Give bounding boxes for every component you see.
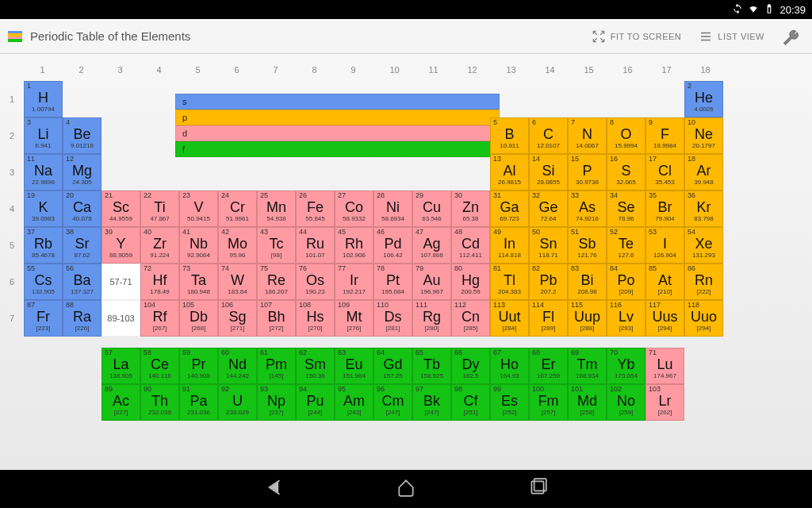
element-Ne[interactable]: 10Ne20.1797 [684, 117, 723, 154]
element-In[interactable]: 49In114.818 [490, 227, 529, 264]
element-Mg[interactable]: 12Mg24.305 [63, 154, 102, 190]
element-Rn[interactable]: 86Rn[222] [684, 264, 723, 300]
periodic-table-area[interactable]: 1234567891011121314151617181234567spdf57… [0, 54, 812, 470]
element-Br[interactable]: 35Br79.904 [645, 190, 684, 227]
element-Ra[interactable]: 88Ra[226] [63, 300, 102, 337]
element-La[interactable]: 57La138.905 [102, 348, 140, 384]
element-Rh[interactable]: 45Rh102.906 [335, 227, 373, 264]
element-Nb[interactable]: 41Nb92.9064 [179, 227, 218, 264]
element-Ho[interactable]: 67Ho164.93 [490, 348, 529, 384]
element-Uuo[interactable]: 118Uuo[294] [684, 300, 723, 337]
element-Na[interactable]: 11Na22.9898 [24, 154, 63, 190]
element-Bk[interactable]: 97Bk[247] [412, 384, 451, 421]
element-Ir[interactable]: 77Ir192.217 [335, 264, 373, 300]
element-Ds[interactable]: 110Ds[281] [373, 300, 412, 337]
element-Uus[interactable]: 117Uus[294] [645, 300, 684, 337]
settings-button[interactable] [777, 25, 804, 48]
element-Th[interactable]: 90Th232.038 [140, 384, 179, 421]
element-Bi[interactable]: 83Bi208.98 [568, 264, 607, 300]
element-Fr[interactable]: 87Fr[223] [24, 300, 63, 337]
element-Lv[interactable]: 116Lv[293] [607, 300, 645, 337]
element-Pu[interactable]: 94Pu[244] [296, 384, 335, 421]
element-Zn[interactable]: 30Zn65.38 [451, 190, 490, 227]
element-Ar[interactable]: 18Ar39.948 [684, 154, 723, 190]
element-Lr[interactable]: 103Lr[262] [645, 384, 684, 421]
element-Au[interactable]: 79Au196.967 [412, 264, 451, 300]
back-button[interactable] [264, 477, 285, 501]
element-Sg[interactable]: 106Sg[271] [218, 300, 257, 337]
element-V[interactable]: 23V50.9415 [179, 190, 218, 227]
element-Pt[interactable]: 78Pt195.084 [373, 264, 412, 300]
element-N[interactable]: 7N14.0067 [568, 117, 607, 154]
element-Bh[interactable]: 107Bh[272] [257, 300, 296, 337]
element-Re[interactable]: 75Re186.207 [257, 264, 296, 300]
element-Hf[interactable]: 72Hf178.49 [140, 264, 179, 300]
element-Po[interactable]: 84Po[209] [607, 264, 645, 300]
element-S[interactable]: 16S32.065 [607, 154, 645, 190]
element-Sn[interactable]: 50Sn118.71 [529, 227, 568, 264]
element-Db[interactable]: 105Db[268] [179, 300, 218, 337]
element-B[interactable]: 5B10.811 [490, 117, 529, 154]
element-Ni[interactable]: 28Ni58.6934 [373, 190, 412, 227]
element-No[interactable]: 102No[259] [607, 384, 645, 421]
element-Es[interactable]: 99Es[252] [490, 384, 529, 421]
element-W[interactable]: 74W183.84 [218, 264, 257, 300]
element-Ga[interactable]: 31Ga69.723 [490, 190, 529, 227]
element-Se[interactable]: 34Se78.96 [607, 190, 645, 227]
element-Tm[interactable]: 69Tm168.934 [568, 348, 607, 384]
element-Gd[interactable]: 64Gd157.25 [373, 348, 412, 384]
element-Cr[interactable]: 24Cr51.9961 [218, 190, 257, 227]
element-Fm[interactable]: 100Fm[257] [529, 384, 568, 421]
recent-button[interactable] [527, 477, 548, 501]
element-Tb[interactable]: 65Tb158.925 [412, 348, 451, 384]
element-Hs[interactable]: 108Hs[270] [296, 300, 335, 337]
element-Te[interactable]: 52Te127.6 [607, 227, 645, 264]
element-Sm[interactable]: 62Sm150.36 [296, 348, 335, 384]
element-Sr[interactable]: 38Sr87.62 [63, 227, 102, 264]
element-Yb[interactable]: 70Yb173.054 [607, 348, 645, 384]
element-Sb[interactable]: 51Sb121.76 [568, 227, 607, 264]
element-Rb[interactable]: 37Rb85.4678 [24, 227, 63, 264]
element-Li[interactable]: 3Li6.941 [24, 117, 63, 154]
element-Hg[interactable]: 80Hg200.59 [451, 264, 490, 300]
element-Cd[interactable]: 48Cd112.411 [451, 227, 490, 264]
element-Cs[interactable]: 55Cs132.905 [24, 264, 63, 300]
list-view-button[interactable]: LIST VIEW [694, 26, 769, 47]
element-Ac[interactable]: 89Ac[227] [102, 384, 140, 421]
element-Rf[interactable]: 104Rf[267] [140, 300, 179, 337]
element-Ta[interactable]: 73Ta180.948 [179, 264, 218, 300]
element-Sc[interactable]: 21Sc44.9559 [102, 190, 140, 227]
fit-to-screen-button[interactable]: FIT TO SCREEN [587, 26, 687, 47]
element-K[interactable]: 19K39.0983 [24, 190, 63, 227]
element-F[interactable]: 9F18.9984 [645, 117, 684, 154]
element-Mn[interactable]: 25Mn54.938 [257, 190, 296, 227]
element-Ca[interactable]: 20Ca40.078 [63, 190, 102, 227]
element-Al[interactable]: 13Al26.9815 [490, 154, 529, 190]
element-Ag[interactable]: 47Ag107.868 [412, 227, 451, 264]
element-Uup[interactable]: 115Uup[288] [568, 300, 607, 337]
element-Am[interactable]: 95Am[243] [335, 384, 373, 421]
element-Nd[interactable]: 60Nd144.242 [218, 348, 257, 384]
element-Fl[interactable]: 114Fl[289] [529, 300, 568, 337]
element-O[interactable]: 8O15.9994 [607, 117, 645, 154]
element-Ru[interactable]: 44Ru101.07 [296, 227, 335, 264]
element-As[interactable]: 33As74.9216 [568, 190, 607, 227]
element-At[interactable]: 85At[210] [645, 264, 684, 300]
element-Eu[interactable]: 63Eu151.964 [335, 348, 373, 384]
element-Tl[interactable]: 81Tl204.383 [490, 264, 529, 300]
element-Pb[interactable]: 82Pb207.2 [529, 264, 568, 300]
element-Dy[interactable]: 66Dy162.5 [451, 348, 490, 384]
element-Pm[interactable]: 61Pm[145] [257, 348, 296, 384]
element-Os[interactable]: 76Os190.23 [296, 264, 335, 300]
element-Zr[interactable]: 40Zr91.224 [140, 227, 179, 264]
element-Ti[interactable]: 22Ti47.867 [140, 190, 179, 227]
element-U[interactable]: 92U238.029 [218, 384, 257, 421]
range-ac[interactable]: 89-103 [102, 300, 140, 337]
element-Mo[interactable]: 42Mo95.96 [218, 227, 257, 264]
element-Cn[interactable]: 112Cn[285] [451, 300, 490, 337]
element-H[interactable]: 1H1.00794 [24, 81, 63, 117]
element-Cl[interactable]: 17Cl35.453 [645, 154, 684, 190]
element-Md[interactable]: 101Md[258] [568, 384, 607, 421]
home-button[interactable] [396, 477, 416, 501]
element-Pd[interactable]: 46Pd106.42 [373, 227, 412, 264]
